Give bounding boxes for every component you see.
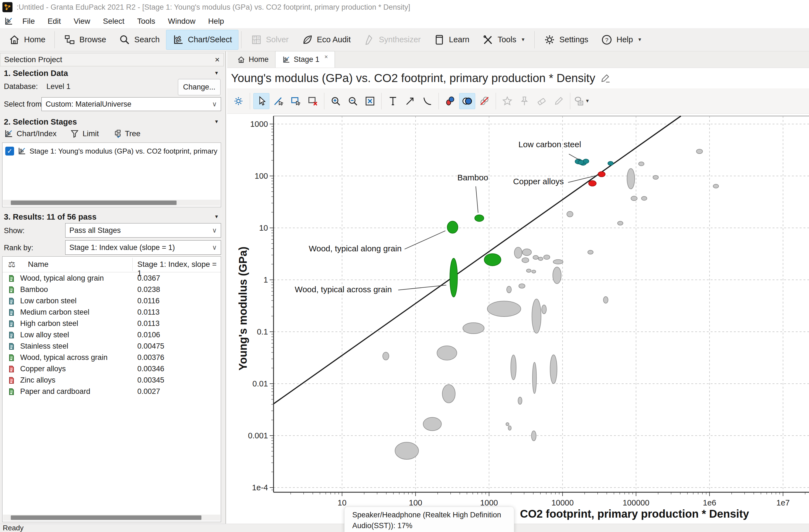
result-row[interactable]: High carbon steel0.0113 (2, 318, 221, 329)
bubble-bamboo[interactable] (475, 215, 484, 221)
toolbar-button-tools[interactable]: Tools▼ (476, 30, 532, 50)
clear-selection-button[interactable] (305, 93, 321, 109)
bubble-material[interactable] (383, 352, 389, 360)
eraser-button[interactable] (534, 93, 550, 109)
bubble-material[interactable] (423, 418, 442, 431)
collapse-icon[interactable]: ▼ (214, 70, 219, 76)
bubble-material[interactable] (696, 149, 702, 154)
bubble-low-alloy-steel[interactable] (578, 160, 584, 165)
toolbar-button-settings[interactable]: Settings (537, 30, 595, 50)
bubble-material[interactable] (567, 211, 573, 217)
bubble-material[interactable] (550, 355, 557, 384)
bubble-material[interactable] (638, 162, 644, 166)
bubble-material[interactable] (544, 255, 550, 259)
pin-records-button[interactable] (516, 93, 532, 109)
stage-button-tree[interactable]: Tree (112, 129, 141, 138)
bubble-zinc-alloys[interactable] (588, 181, 596, 186)
stage-button-chart-index[interactable]: Chart/Index (4, 129, 57, 138)
collapse-icon[interactable]: ▼ (214, 214, 219, 219)
toolbar-button-solver[interactable]: Fσδ=Solver (244, 30, 295, 50)
result-row[interactable]: Wood, typical along grain0.0367 (2, 273, 221, 284)
bubble-wood-typical-across-grain[interactable] (450, 258, 458, 297)
bubble-material[interactable] (395, 442, 418, 459)
select-from-dropdown[interactable]: Custom: MaterialUniverse ∨ (41, 97, 221, 111)
selection-index-line[interactable] (274, 116, 681, 404)
result-row[interactable]: Low alloy steel0.0106 (2, 329, 221, 341)
bubble-material[interactable] (442, 385, 455, 403)
bubble-material[interactable] (713, 184, 719, 188)
stage-item[interactable]: ✓ Stage 1: Young's modulus (GPa) vs. CO2… (5, 145, 219, 157)
pointer-tool-button[interactable] (253, 93, 270, 109)
menu-view[interactable]: View (67, 14, 97, 28)
annotation-label-copper-alloys[interactable]: Copper alloys (513, 177, 564, 186)
zoom-out-button[interactable] (345, 93, 361, 109)
bubble-material[interactable] (532, 299, 541, 333)
toolbar-button-help[interactable]: ?Help▼ (595, 30, 648, 50)
bubble-material[interactable] (553, 260, 563, 264)
stages-hscrollbar[interactable] (3, 200, 220, 206)
bubble-material[interactable] (631, 196, 637, 200)
collapse-icon[interactable]: ▼ (214, 119, 219, 125)
menu-select[interactable]: Select (97, 14, 131, 28)
bubble-wood-typical-along-grain[interactable] (447, 221, 458, 233)
change-database-button[interactable]: Change... (178, 79, 221, 95)
toolbar-button-eco-audit[interactable]: Eco Audit (295, 30, 357, 50)
stage-checkbox[interactable]: ✓ (5, 147, 14, 156)
bubble-stainless-steel[interactable] (608, 161, 614, 165)
result-row[interactable]: Stainless steel0.00475 (2, 341, 221, 352)
bubble-material[interactable] (506, 423, 509, 426)
chart-settings-button[interactable] (230, 93, 246, 109)
bubble-material[interactable] (532, 362, 536, 394)
bubble-material[interactable] (618, 221, 623, 225)
close-tab-icon[interactable]: × (324, 53, 328, 60)
toolbar-button-home[interactable]: Home (2, 30, 52, 50)
results-hscrollbar[interactable] (3, 515, 220, 521)
annotation-label-low-carbon-steel[interactable]: Low carbon steel (518, 140, 581, 149)
scrollbar-thumb[interactable] (11, 200, 176, 205)
bubble-material[interactable] (641, 196, 647, 200)
close-panel-icon[interactable]: × (215, 55, 220, 64)
bubble-paper-and-cardboard[interactable] (484, 253, 501, 266)
bubble-material[interactable] (518, 397, 522, 404)
bubble-copper-alloys[interactable] (598, 172, 605, 177)
result-row[interactable]: Copper alloys0.00346 (2, 363, 221, 375)
box-selection-button[interactable] (288, 93, 304, 109)
scrollbar-thumb[interactable] (11, 515, 202, 520)
menu-window[interactable]: Window (162, 14, 202, 28)
result-row[interactable]: Bamboo0.0238 (2, 284, 221, 295)
section-selection-data[interactable]: 1. Selection Data ▼ (0, 68, 223, 78)
menu-tools[interactable]: Tools (131, 14, 161, 28)
bubble-material[interactable] (522, 249, 531, 255)
column-header-name[interactable]: Name (28, 260, 49, 269)
bubble-material[interactable] (653, 175, 658, 179)
section-results[interactable]: 3. Results: 11 of 56 pass ▼ (0, 212, 223, 222)
bubble-material[interactable] (553, 267, 561, 284)
tab-stage-1[interactable]: Stage 1× (275, 51, 335, 68)
bubble-material[interactable] (519, 284, 525, 288)
rank-by-dropdown[interactable]: Stage 1: Index value (slope = 1) ∨ (65, 240, 221, 255)
toolbar-button-browse[interactable]: Browse (57, 30, 113, 50)
bubble-material[interactable] (533, 255, 538, 259)
text-annotation-button[interactable] (385, 93, 401, 109)
stage-button-limit[interactable]: Limit (70, 129, 99, 138)
show-dropdown[interactable]: Pass all Stages ∨ (65, 223, 221, 237)
bubble-material[interactable] (507, 286, 512, 293)
annotation-label-bamboo[interactable]: Bamboo (457, 173, 488, 182)
arrow-annotation-button[interactable] (402, 93, 418, 109)
result-row[interactable]: Paper and cardboard0.0027 (2, 386, 221, 397)
zoom-in-button[interactable] (328, 93, 344, 109)
annotation-label-wood-typical-across-grain[interactable]: Wood, typical across grain (295, 285, 392, 294)
bubble-material[interactable] (522, 258, 529, 263)
bubble-display-options-button[interactable]: ▼ (573, 93, 590, 109)
bubble-material[interactable] (437, 346, 457, 360)
bubble-material[interactable] (538, 257, 543, 261)
toolbar-button-synthesizer[interactable]: Synthesizer (357, 30, 427, 50)
bubble-material[interactable] (463, 323, 484, 334)
bubble-material[interactable] (515, 247, 522, 258)
hide-failed-records-button[interactable] (476, 93, 492, 109)
edit-annotations-button[interactable] (551, 93, 567, 109)
results-header-row[interactable]: ⚖ Name Stage 1: Index, slope = 1 (2, 256, 221, 272)
bubble-material[interactable] (526, 269, 531, 272)
section-selection-stages[interactable]: 2. Selection Stages ▼ (0, 117, 223, 127)
column-divider[interactable] (132, 258, 133, 271)
